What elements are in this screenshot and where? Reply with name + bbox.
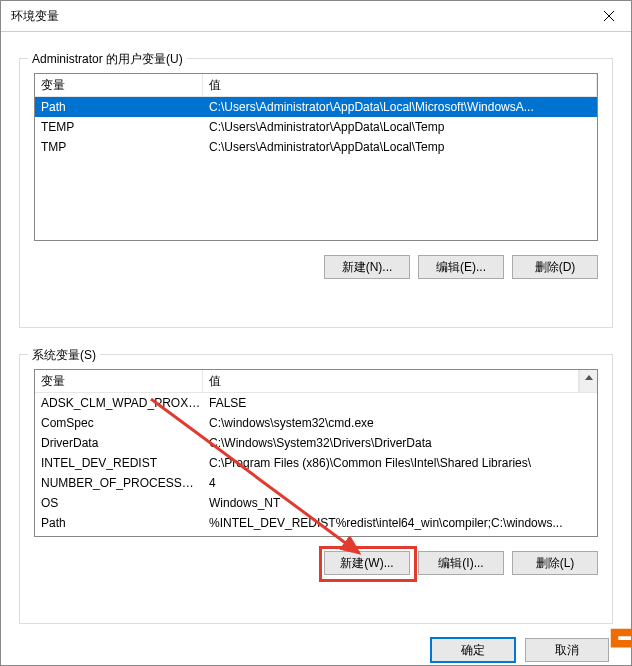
cancel-button[interactable]: 取消 [525, 638, 609, 662]
user-variables-group: Administrator 的用户变量(U) 变量 值 PathC:\Users… [19, 58, 613, 328]
var-name-cell: OS [35, 496, 203, 510]
table-row[interactable]: NUMBER_OF_PROCESSORS4 [35, 473, 597, 493]
system-delete-button[interactable]: 删除(L) [512, 551, 598, 575]
user-group-legend: Administrator 的用户变量(U) [28, 51, 187, 68]
system-list-header: 变量 值 [35, 370, 597, 393]
table-row[interactable]: Path%INTEL_DEV_REDIST%redist\intel64_win… [35, 513, 597, 533]
table-row[interactable]: DriverDataC:\Windows\System32\Drivers\Dr… [35, 433, 597, 453]
user-edit-button[interactable]: 编辑(E)... [418, 255, 504, 279]
ok-button[interactable]: 确定 [431, 638, 515, 662]
var-value-cell: 4 [203, 476, 597, 490]
user-header-name[interactable]: 变量 [35, 74, 203, 96]
var-value-cell: C:\Windows\System32\Drivers\DriverData [203, 436, 597, 450]
table-row[interactable]: PathC:\Users\Administrator\AppData\Local… [35, 97, 597, 117]
system-header-name[interactable]: 变量 [35, 370, 203, 392]
user-delete-button[interactable]: 删除(D) [512, 255, 598, 279]
system-header-value[interactable]: 值 [203, 370, 579, 392]
table-row[interactable]: TEMPC:\Users\Administrator\AppData\Local… [35, 117, 597, 137]
var-name-cell: TMP [35, 140, 203, 154]
var-value-cell: C:\Users\Administrator\AppData\Local\Tem… [203, 120, 597, 134]
var-name-cell: INTEL_DEV_REDIST [35, 456, 203, 470]
user-new-button[interactable]: 新建(N)... [324, 255, 410, 279]
var-name-cell: ComSpec [35, 416, 203, 430]
user-buttons-row: 新建(N)... 编辑(E)... 删除(D) [34, 255, 598, 279]
system-buttons-row: 新建(W)... 编辑(I)... 删除(L) [34, 551, 598, 575]
user-header-value[interactable]: 值 [203, 74, 597, 96]
var-name-cell: Path [35, 516, 203, 530]
var-value-cell: C:\Program Files (x86)\Common Files\Inte… [203, 456, 597, 470]
close-button[interactable] [587, 1, 631, 31]
env-vars-dialog: 环境变量 Administrator 的用户变量(U) 变量 值 PathC:\… [0, 0, 632, 666]
system-scrollbar[interactable] [579, 370, 597, 392]
var-name-cell: NUMBER_OF_PROCESSORS [35, 476, 203, 490]
window-title: 环境变量 [11, 8, 59, 25]
table-row[interactable]: ComSpecC:\windows\system32\cmd.exe [35, 413, 597, 433]
table-row[interactable]: OSWindows_NT [35, 493, 597, 513]
close-icon [604, 11, 614, 21]
var-value-cell: C:\Users\Administrator\AppData\Local\Tem… [203, 140, 597, 154]
var-name-cell: Path [35, 100, 203, 114]
var-name-cell: DriverData [35, 436, 203, 450]
var-value-cell: FALSE [203, 396, 597, 410]
system-variables-group: 系统变量(S) 变量 值 ADSK_CLM_WPAD_PROXY...FALSE… [19, 354, 613, 624]
table-row[interactable]: TMPC:\Users\Administrator\AppData\Local\… [35, 137, 597, 157]
scroll-up-icon [585, 375, 593, 380]
var-name-cell: TEMP [35, 120, 203, 134]
titlebar: 环境变量 [1, 1, 631, 32]
system-variables-list[interactable]: 变量 值 ADSK_CLM_WPAD_PROXY...FALSEComSpecC… [34, 369, 598, 537]
var-name-cell: ADSK_CLM_WPAD_PROXY... [35, 396, 203, 410]
user-variables-list[interactable]: 变量 值 PathC:\Users\Administrator\AppData\… [34, 73, 598, 241]
var-value-cell: C:\Users\Administrator\AppData\Local\Mic… [203, 100, 597, 114]
system-new-button[interactable]: 新建(W)... [324, 551, 410, 575]
user-list-header: 变量 值 [35, 74, 597, 97]
var-value-cell: Windows_NT [203, 496, 597, 510]
var-value-cell: %INTEL_DEV_REDIST%redist\intel64_win\com… [203, 516, 597, 530]
dialog-body: Administrator 的用户变量(U) 变量 值 PathC:\Users… [1, 32, 631, 638]
table-row[interactable]: ADSK_CLM_WPAD_PROXY...FALSE [35, 393, 597, 413]
dialog-footer: 确定 取消 [1, 638, 631, 666]
var-value-cell: C:\windows\system32\cmd.exe [203, 416, 597, 430]
system-edit-button[interactable]: 编辑(I)... [418, 551, 504, 575]
table-row[interactable]: INTEL_DEV_REDISTC:\Program Files (x86)\C… [35, 453, 597, 473]
system-group-legend: 系统变量(S) [28, 347, 100, 364]
